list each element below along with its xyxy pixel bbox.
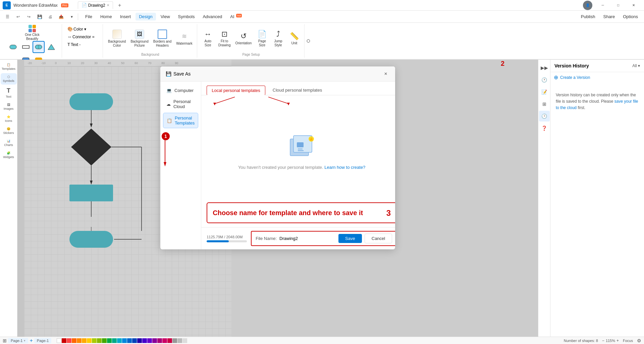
swatch-magenta-dark[interactable] xyxy=(157,338,162,343)
settings-icon[interactable]: ⚙ xyxy=(637,338,641,343)
fit-to-drawing-button[interactable]: ⊡ Fit toDrawing xyxy=(217,29,232,48)
undo-button[interactable]: ↩ xyxy=(13,12,23,21)
swatch-red[interactable] xyxy=(67,338,71,343)
sidebar-item-images[interactable]: 🖼 Images xyxy=(1,101,17,112)
tab-close-icon[interactable]: ✕ xyxy=(107,3,109,7)
add-page-button[interactable]: + xyxy=(30,338,33,344)
learn-how-link[interactable]: Learn how to create? xyxy=(324,165,365,170)
swatch-light-gray[interactable] xyxy=(177,338,182,343)
menu-home[interactable]: Home xyxy=(97,13,115,20)
swatch-orange[interactable] xyxy=(77,338,82,343)
shape-style-4[interactable] xyxy=(45,41,57,53)
rs-edit-icon[interactable]: 📝 xyxy=(539,87,550,97)
print-button[interactable]: 🖨 xyxy=(46,12,55,21)
background-color-button[interactable]: BackgroundColor xyxy=(106,29,127,49)
swatch-amber[interactable] xyxy=(82,338,87,343)
rs-history-icon[interactable]: 🕑 xyxy=(539,111,550,121)
connector-dropdown[interactable]: ↔ Connector = xyxy=(65,33,97,40)
auto-size-button[interactable]: ↔ AutoSize xyxy=(201,29,215,48)
swatch-purple-dark[interactable] xyxy=(152,338,157,343)
cloud-templates-tab[interactable]: Cloud personal templates xyxy=(268,86,327,95)
more-button[interactable]: ▾ xyxy=(67,12,76,21)
user-avatar[interactable]: 👤 xyxy=(583,1,592,10)
swatch-teal[interactable] xyxy=(112,338,117,343)
menu-advanced[interactable]: Advanced xyxy=(199,13,225,20)
menu-insert[interactable]: Insert xyxy=(117,13,135,20)
swatch-purple[interactable] xyxy=(142,338,147,343)
swatch-green-teal[interactable] xyxy=(107,338,112,343)
shape-style-3[interactable] xyxy=(33,41,45,53)
swatch-blue-light[interactable] xyxy=(122,338,127,343)
swatch-indigo[interactable] xyxy=(137,338,142,343)
swatch-lime[interactable] xyxy=(97,338,102,343)
swatch-magenta[interactable] xyxy=(162,338,167,343)
sidebar-item-icons[interactable]: ⭐ Icons xyxy=(1,113,17,125)
redo-button[interactable]: ↪ xyxy=(24,12,34,21)
shape-style-2[interactable] xyxy=(20,41,32,53)
swatch-red-dark[interactable] xyxy=(62,338,66,343)
computer-option[interactable]: 💻 Computer xyxy=(163,86,198,95)
maximize-button[interactable]: □ xyxy=(610,0,626,11)
save-dialog-button[interactable]: Save xyxy=(338,234,362,243)
menu-symbols[interactable]: Symbols xyxy=(175,13,198,20)
cancel-dialog-button[interactable]: Cancel xyxy=(365,234,392,243)
swatch-blue-dark[interactable] xyxy=(132,338,137,343)
rs-help-icon[interactable]: ❓ xyxy=(539,123,550,134)
zoom-out-button[interactable]: − xyxy=(602,338,604,343)
personal-cloud-option[interactable]: ☁ Personal Cloud xyxy=(163,97,198,111)
orientation-button[interactable]: ↺ Orientation xyxy=(233,31,253,46)
swatch-violet[interactable] xyxy=(147,338,152,343)
page-tab[interactable]: Page-1 ▾ xyxy=(8,338,28,343)
toggle-pages-button[interactable]: ⊞ xyxy=(3,338,7,343)
menu-ai[interactable]: AI hot xyxy=(227,13,245,20)
sidebar-item-charts[interactable]: 📊 Charts xyxy=(1,137,17,149)
page-1-tab[interactable]: Page-1 xyxy=(34,338,51,343)
jump-style-button[interactable]: ⤴ JumpStyle xyxy=(271,29,285,48)
swatch-crimson[interactable] xyxy=(167,338,172,343)
swatch-pale-gray[interactable] xyxy=(182,338,187,343)
zoom-in-button[interactable]: + xyxy=(616,338,619,343)
share-button[interactable]: Share xyxy=(600,13,618,20)
background-picture-button[interactable]: 🖼 BackgroundPicture xyxy=(129,29,150,49)
swatch-white[interactable] xyxy=(57,338,61,343)
unit-button[interactable]: 📏 Unit xyxy=(287,31,302,46)
rs-expand-icon[interactable]: ▶▶ xyxy=(539,62,550,73)
swatch-blue[interactable] xyxy=(127,338,132,343)
export-button[interactable]: 📤 xyxy=(56,12,66,21)
swatch-cyan[interactable] xyxy=(117,338,122,343)
swatch-green[interactable] xyxy=(102,338,107,343)
toolbar-expand-button[interactable]: ⬡ xyxy=(305,24,311,58)
swatch-orange-red[interactable] xyxy=(72,338,76,343)
page-dropdown-icon[interactable]: ▾ xyxy=(24,339,25,342)
sidebar-item-stickers[interactable]: 😊 Stickers xyxy=(1,125,17,137)
personal-templates-option[interactable]: 📋 Personal Templates xyxy=(163,113,198,128)
borders-headers-button[interactable]: Borders andHeaders xyxy=(152,29,173,49)
menu-file[interactable]: File xyxy=(82,13,96,20)
menu-view[interactable]: View xyxy=(157,13,173,20)
create-version-button[interactable]: ⊕ Create a Version xyxy=(550,72,644,83)
all-filter[interactable]: All ▾ xyxy=(632,63,640,68)
sidebar-item-text[interactable]: T Text xyxy=(1,85,17,100)
swatch-gray[interactable] xyxy=(172,338,177,343)
shape-style-1[interactable] xyxy=(7,41,19,53)
save-button[interactable]: 💾 xyxy=(35,12,44,21)
new-tab-button[interactable]: + xyxy=(116,1,124,9)
color-dropdown[interactable]: 🎨 Color ▾ xyxy=(65,26,88,33)
page-size-button[interactable]: 📄 PageSize xyxy=(255,29,269,48)
swatch-yellow-green[interactable] xyxy=(92,338,97,343)
close-button[interactable]: ✕ xyxy=(626,0,641,11)
sidebar-item-widgets[interactable]: 🧩 Widgets xyxy=(1,149,17,161)
options-button[interactable]: Options xyxy=(620,13,641,20)
one-click-beautify-button[interactable]: One ClickBeautify xyxy=(23,26,41,40)
swatch-yellow[interactable] xyxy=(87,338,92,343)
minimize-button[interactable]: ─ xyxy=(595,0,610,11)
focus-button[interactable]: Focus xyxy=(623,339,633,343)
file-name-input[interactable] xyxy=(279,236,336,241)
local-templates-tab[interactable]: Local personal templates xyxy=(207,86,265,95)
rs-table-icon[interactable]: ⊞ xyxy=(539,99,550,109)
menu-design[interactable]: Design xyxy=(136,13,156,20)
watermark-button[interactable]: ≋ Watermark xyxy=(174,31,194,46)
rs-version-icon[interactable]: 🕐 xyxy=(539,75,550,85)
sidebar-item-symbols[interactable]: ⬡ Symbols xyxy=(1,73,17,85)
text-dropdown[interactable]: T Text - xyxy=(65,41,83,48)
